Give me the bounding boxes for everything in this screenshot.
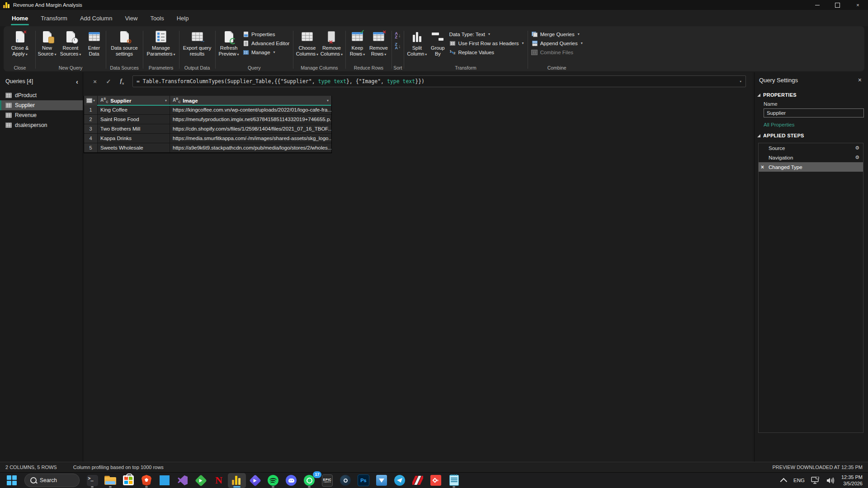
taskbar-media-player-green[interactable]: [192, 473, 210, 488]
data-type-button[interactable]: Data Type: Text▾: [448, 30, 525, 38]
taskbar-power-bi[interactable]: [228, 473, 246, 488]
taskbar-spotify[interactable]: [264, 473, 282, 488]
taskbar-discord[interactable]: [282, 473, 300, 488]
column-header-image[interactable]: ABC Image ▾: [170, 96, 331, 105]
group-by-button[interactable]: Group By: [429, 28, 447, 57]
manage-parameters-button[interactable]: Manage Parameters▾: [145, 28, 177, 57]
taskbar-notepad[interactable]: [445, 473, 463, 488]
step-source[interactable]: Source ⚙: [759, 143, 863, 153]
taskbar-anydesk[interactable]: ›: [427, 473, 445, 488]
remove-columns-button[interactable]: × Remove Columns▾: [320, 28, 343, 57]
cell-supplier[interactable]: Sweets Wholesale: [98, 143, 170, 153]
cast-screen-icon[interactable]: [811, 477, 820, 484]
gear-icon[interactable]: ⚙: [855, 155, 859, 160]
taskbar-microsoft-store[interactable]: [119, 473, 137, 488]
taskbar-telegram[interactable]: [391, 473, 409, 488]
cell-supplier[interactable]: Kappa Drinks: [98, 134, 170, 143]
sort-ascending-button[interactable]: AZ ↓: [394, 31, 401, 40]
recent-sources-button[interactable]: Recent Sources▾: [57, 28, 84, 57]
formula-input[interactable]: = Table.TransformColumnTypes(Supplier_Ta…: [132, 75, 746, 87]
export-query-results-button[interactable]: → Export query results: [181, 28, 213, 57]
formula-commit-button[interactable]: ✓: [102, 78, 115, 85]
taskbar-terminal[interactable]: >_: [83, 473, 101, 488]
new-source-icon: [43, 29, 52, 44]
close-apply-button[interactable]: ×↑ Close & Apply▾: [7, 28, 33, 57]
append-queries-button[interactable]: Append Queries▾: [530, 39, 584, 47]
refresh-preview-button[interactable]: Refresh Preview▾: [217, 28, 240, 57]
afterburner-icon: [412, 475, 423, 486]
remove-columns-icon: ×: [328, 29, 335, 44]
tab-help[interactable]: Help: [170, 11, 195, 26]
remove-rows-button[interactable]: × Remove Rows▾: [368, 28, 389, 57]
query-name-input[interactable]: [764, 108, 864, 117]
use-first-row-as-headers-button[interactable]: Use First Row as Headers▾: [448, 39, 525, 47]
keep-rows-button[interactable]: ✓ Keep Rows▾: [348, 28, 367, 57]
taskbar-media-player-purple[interactable]: [246, 473, 264, 488]
maximize-button[interactable]: [827, 0, 848, 10]
minimize-button[interactable]: [807, 0, 827, 10]
taskbar-photoshop[interactable]: Ps: [354, 473, 373, 488]
delete-step-icon[interactable]: ×: [761, 164, 764, 170]
cell-image-url[interactable]: https://kingcoffee.com.vn/wp-content/upl…: [170, 105, 331, 115]
properties-section-header[interactable]: PROPERTIES: [755, 88, 868, 100]
tab-tools[interactable]: Tools: [144, 11, 170, 26]
start-button[interactable]: [3, 473, 21, 488]
advanced-editor-button[interactable]: Advanced Editor: [241, 39, 291, 47]
column-filter-chevron-icon[interactable]: ▾: [327, 99, 329, 103]
tab-home[interactable]: Home: [5, 11, 34, 26]
enter-data-button[interactable]: Enter Data: [85, 28, 104, 57]
formula-cancel-button[interactable]: ×: [88, 78, 102, 85]
step-changed-type[interactable]: × Changed Type: [759, 162, 863, 172]
merge-queries-button[interactable]: Merge Queries▾: [530, 30, 584, 38]
taskbar-visual-studio[interactable]: [174, 473, 192, 488]
tray-expand-chevron-icon[interactable]: [780, 478, 788, 485]
cell-image-url[interactable]: https://media.smurfitkappa.com/-/m/image…: [170, 134, 331, 143]
collapse-queries-pane-button[interactable]: ‹: [76, 78, 78, 85]
table-row: 5 Sweets Wholesale https://a9e9k6t9.stac…: [84, 143, 331, 153]
close-window-button[interactable]: ×: [848, 0, 868, 10]
status-profiling-info[interactable]: Column profiling based on top 1000 rows: [73, 465, 164, 470]
tab-add-column[interactable]: Add Column: [74, 11, 119, 26]
formula-expand-chevron-icon[interactable]: ▾: [740, 79, 742, 84]
taskbar-idm[interactable]: [373, 473, 391, 488]
applied-steps-section-header[interactable]: APPLIED STEPS: [755, 128, 868, 141]
taskbar-whatsapp[interactable]: 17: [300, 473, 318, 488]
cell-supplier[interactable]: King Coffee: [98, 105, 170, 115]
gear-icon[interactable]: ⚙: [855, 145, 859, 151]
cell-image-url[interactable]: https://cdn.shopify.com/s/files/1/2598/1…: [170, 124, 331, 134]
query-item-revenue[interactable]: Revenue: [0, 110, 83, 120]
column-header-supplier[interactable]: ABC Supplier ▾: [98, 96, 170, 105]
tab-view[interactable]: View: [118, 11, 144, 26]
language-indicator[interactable]: ENG: [793, 478, 805, 483]
taskbar-brave[interactable]: [137, 473, 156, 488]
data-source-settings-button[interactable]: ⚙ Data source settings: [108, 28, 141, 57]
select-all-cell[interactable]: ▾: [84, 96, 98, 105]
query-item-supplier[interactable]: Supplier: [0, 100, 83, 110]
properties-button[interactable]: Properties: [241, 30, 291, 38]
manage-query-button[interactable]: Manage▾: [241, 48, 291, 56]
taskbar-vscode[interactable]: [156, 473, 174, 488]
new-source-button[interactable]: New Source▾: [38, 28, 57, 57]
tab-transform[interactable]: Transform: [34, 11, 74, 26]
all-properties-link[interactable]: All Properties: [755, 117, 868, 128]
taskbar-steam[interactable]: [336, 473, 354, 488]
clock[interactable]: 12:35 PM 3/5/2026: [841, 474, 863, 487]
close-settings-icon[interactable]: ×: [858, 76, 862, 84]
taskbar-netflix[interactable]: N: [210, 473, 228, 488]
query-item-dsalesperson[interactable]: dsalesperson: [0, 120, 83, 130]
cell-image-url[interactable]: https://a9e9k6t9.stackpathcdn.com/pub/me…: [170, 143, 331, 153]
cell-supplier[interactable]: Saint Rose Food: [98, 115, 170, 124]
query-item-dproduct[interactable]: dProduct: [0, 90, 83, 100]
split-column-button[interactable]: Split Column▾: [406, 28, 428, 57]
step-navigation[interactable]: Navigation ⚙: [759, 153, 863, 162]
replace-values-button[interactable]: 12↷ Replace Values: [448, 48, 525, 56]
speaker-icon[interactable]: [826, 477, 835, 484]
cell-image-url[interactable]: https://menufyproduction.imgix.net/63784…: [170, 115, 331, 124]
sort-descending-button[interactable]: ZA ↓: [394, 42, 401, 51]
taskbar-search[interactable]: Search: [24, 474, 80, 487]
cell-supplier[interactable]: Two Brothers Mill: [98, 124, 170, 134]
column-filter-chevron-icon[interactable]: ▾: [165, 99, 167, 103]
taskbar-file-explorer[interactable]: [101, 473, 119, 488]
taskbar-afterburner[interactable]: [409, 473, 427, 488]
choose-columns-button[interactable]: Choose Columns▾: [295, 28, 319, 57]
